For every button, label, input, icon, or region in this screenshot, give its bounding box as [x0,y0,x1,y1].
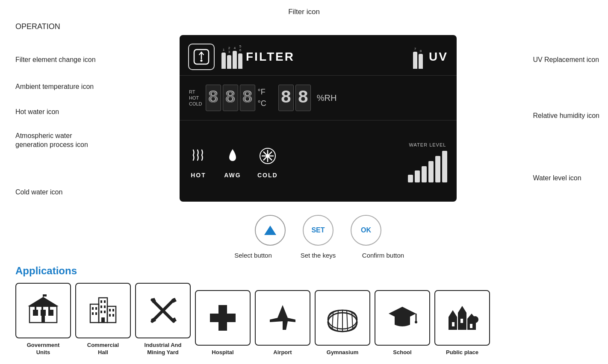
temp-display: 8 8 8 [206,85,255,111]
app-public: Public place [434,290,490,356]
filter-element-label: Filter element change icon [15,56,96,65]
svg-rect-30 [92,312,94,315]
water-level-text: WATER LEVEL [409,142,446,147]
confirm-btn-label: Confirm button [351,252,416,259]
water-level-section: WATER LEVEL [408,142,447,182]
svg-rect-35 [112,314,114,317]
wbar-6 [442,151,447,182]
svg-rect-28 [92,307,94,310]
hot-icon [189,147,208,169]
hot-water-label: Hot water icon [15,108,96,117]
svg-rect-32 [109,309,111,311]
svg-rect-33 [112,309,114,311]
wbar-2 [415,170,420,182]
temp-label-cold: COLD [189,101,202,106]
uv-bar-8: 8 [419,49,423,69]
svg-rect-27 [104,311,106,313]
svg-point-1 [201,60,203,62]
rh-label: %RH [317,93,337,103]
svg-rect-16 [35,306,36,315]
select-btn-label: Select button [221,252,286,259]
triangle-up-icon [264,226,276,235]
select-button[interactable] [255,215,286,246]
hospital-label: Hospital [212,349,233,356]
svg-rect-26 [100,311,102,313]
app-airport: Airport [255,290,310,356]
uv-replacement-label: UV Replacement icon [533,56,599,65]
filter-bars: 1 2 3 4 5 6 [221,45,242,69]
svg-rect-58 [460,319,463,323]
hot-label: HOT [191,172,206,179]
applications-title: Applications [15,265,599,277]
airport-icon-box [255,290,310,346]
cold-mode: COLD [257,147,278,179]
applications-section: Applications [15,265,599,356]
temp-label-hot: HOT [189,95,202,100]
filter-bar-23: 2 3 [227,47,231,69]
temp-digit-2: 8 [223,85,238,111]
public-icon-box [434,290,490,346]
filter-bar-1: 1 [221,48,226,69]
awg-mode: AWG [223,147,242,179]
buttons-row: SET OK [180,215,457,246]
cold-label: COLD [257,172,278,179]
svg-rect-22 [100,300,102,303]
lcd-middle-row: RT HOT COLD 8 8 8 °F °C 8 [180,76,457,120]
app-gymnasium: Gymnasium [315,290,370,356]
public-label: Public place [446,349,478,356]
svg-point-50 [415,321,417,323]
humidity-digit-2: 8 [295,85,311,111]
hospital-icon-box [195,290,251,346]
svg-rect-59 [470,324,472,328]
app-school: School [375,290,430,356]
water-level-label: Water level icon [533,174,599,183]
svg-rect-24 [100,305,102,308]
uv-bar-7: 7 [413,47,417,69]
left-labels: Filter element change icon Ambient tempe… [15,47,96,197]
commercial-label: CommercialHall [87,342,119,356]
filter-bar-4: 4 [233,46,237,69]
school-icon-box [375,290,430,346]
temp-label-rt: RT [189,89,202,94]
set-button[interactable]: SET [303,215,334,246]
humidity-display: 8 8 [278,85,311,111]
app-hospital: Hospital [195,290,251,356]
set-btn-label: Set the keys [286,252,351,259]
gymnasium-label: Gymnasium [327,349,358,356]
operation-label: OPERATION [15,22,60,31]
svg-marker-12 [28,297,59,306]
cold-icon [258,147,277,169]
svg-rect-13 [41,316,45,323]
wbar-3 [422,166,427,182]
svg-rect-29 [95,307,97,310]
wbar-4 [428,161,434,182]
airport-label: Airport [273,349,292,356]
filter-icon-title: Filter icon [0,8,608,16]
svg-rect-36 [101,317,105,323]
svg-rect-21 [107,306,116,323]
app-commercial: CommercialHall [75,283,131,356]
temp-digit-3: 8 [240,85,255,111]
celsius-unit: °C [258,99,266,108]
gymnasium-icon-box [315,290,370,346]
lcd-panel: 1 2 3 4 5 6 FILTER 7 [180,35,457,202]
industrial-label: Industrial AndMining Yard [145,342,182,356]
lcd-bottom-row: HOT AWG [180,120,457,202]
lcd-top-row: 1 2 3 4 5 6 FILTER 7 [180,35,457,76]
uv-bars: 7 8 [413,45,423,69]
temp-labels: RT HOT COLD [189,89,202,106]
ok-button[interactable]: OK [351,215,381,246]
water-bars [408,151,447,182]
app-government: GovernmentUnits [15,283,71,356]
filter-element-icon [188,44,215,70]
filter-bar-56: 5 6 [238,45,242,69]
svg-rect-34 [109,314,111,317]
svg-rect-15 [43,294,47,296]
wbar-1 [408,175,413,182]
svg-marker-55 [458,306,466,313]
wbar-5 [435,156,440,182]
filter-text: FILTER [246,50,295,64]
btn-labels-row: Select button Set the keys Confirm butto… [180,252,457,259]
svg-marker-54 [449,310,457,317]
svg-rect-17 [41,306,43,315]
